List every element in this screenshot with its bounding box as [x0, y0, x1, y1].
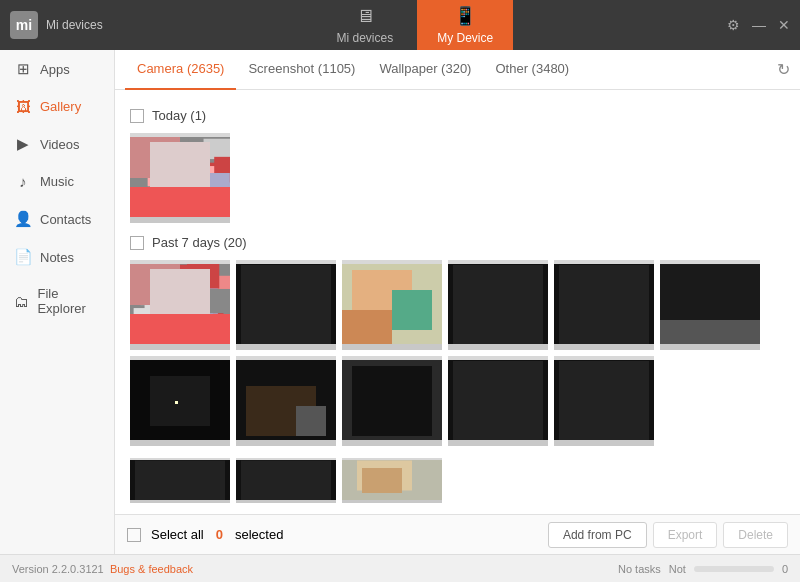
bottom-actions: Add from PC Export Delete	[548, 522, 788, 548]
selected-count: 0	[216, 527, 223, 542]
sidebar-item-videos-label: Videos	[40, 137, 80, 152]
today-checkbox[interactable]	[130, 109, 144, 123]
sidebar-item-gallery[interactable]: 🖼 Gallery	[0, 88, 114, 125]
sidebar-item-apps[interactable]: ⊞ Apps	[0, 50, 114, 88]
nav-mi-devices[interactable]: 🖥 Mi devices	[316, 0, 413, 50]
title-bar-nav: 🖥 Mi devices 📱 My Device	[316, 0, 513, 50]
tab-screenshot[interactable]: Screenshot (1105)	[236, 50, 367, 90]
photo-past7-6[interactable]	[660, 260, 760, 350]
sidebar-item-notes[interactable]: 📄 Notes	[0, 238, 114, 276]
gallery-content[interactable]: Today (1) Past 7 days (20)	[115, 90, 800, 514]
sidebar-item-music[interactable]: ♪ Music	[0, 163, 114, 200]
apps-icon: ⊞	[14, 60, 32, 78]
photo-past7-3[interactable]	[342, 260, 442, 350]
more-photo-grid	[130, 458, 785, 503]
music-icon: ♪	[14, 173, 32, 190]
title-bar-controls: ⚙ — ✕	[727, 17, 790, 33]
select-all-label: Select all	[151, 527, 204, 542]
sidebar: ⊞ Apps 🖼 Gallery ▶ Videos ♪ Music 👤 Cont…	[0, 50, 115, 554]
file-explorer-icon: 🗂	[14, 293, 29, 310]
sidebar-item-file-explorer-label: File Explorer	[37, 286, 100, 316]
delete-button[interactable]: Delete	[723, 522, 788, 548]
sidebar-item-contacts[interactable]: 👤 Contacts	[0, 200, 114, 238]
nav-my-device[interactable]: 📱 My Device	[417, 0, 513, 50]
contacts-icon: 👤	[14, 210, 32, 228]
sidebar-item-contacts-label: Contacts	[40, 212, 91, 227]
photo-past7-7[interactable]	[130, 356, 230, 446]
photo-more-3[interactable]	[342, 458, 442, 503]
add-from-pc-button[interactable]: Add from PC	[548, 522, 647, 548]
photo-past7-2[interactable]	[236, 260, 336, 350]
photo-past7-5[interactable]	[554, 260, 654, 350]
mi-logo: mi	[10, 11, 38, 39]
photo-past7-10[interactable]	[448, 356, 548, 446]
close-icon[interactable]: ✕	[778, 17, 790, 33]
photo-today-1[interactable]	[130, 133, 230, 223]
my-device-icon: 📱	[454, 5, 476, 27]
photo-past7-1[interactable]	[130, 260, 230, 350]
videos-icon: ▶	[14, 135, 32, 153]
tab-other[interactable]: Other (3480)	[483, 50, 581, 90]
tab-wallpaper-count: (320)	[441, 61, 471, 76]
feedback-link[interactable]: Bugs & feedback	[110, 563, 193, 575]
nav-my-device-label: My Device	[437, 31, 493, 45]
photo-past7-11[interactable]	[554, 356, 654, 446]
status-tasks: No tasks Not 0	[618, 563, 788, 575]
tab-camera-label: Camera	[137, 61, 183, 76]
select-all-checkbox[interactable]	[127, 528, 141, 542]
gallery-icon: 🖼	[14, 98, 32, 115]
tab-camera[interactable]: Camera (2635)	[125, 50, 236, 90]
refresh-icon[interactable]: ↻	[777, 60, 790, 79]
progress-value: 0	[782, 563, 788, 575]
title-bar: mi Mi devices 🖥 Mi devices 📱 My Device ⚙…	[0, 0, 800, 50]
selected-label: selected	[235, 527, 283, 542]
main-layout: ⊞ Apps 🖼 Gallery ▶ Videos ♪ Music 👤 Cont…	[0, 50, 800, 554]
photo-past7-9[interactable]	[342, 356, 442, 446]
tab-wallpaper[interactable]: Wallpaper (320)	[367, 50, 483, 90]
sidebar-item-file-explorer[interactable]: 🗂 File Explorer	[0, 276, 114, 326]
bottom-bar: Select all 0 selected Add from PC Export…	[115, 514, 800, 554]
tab-wallpaper-label: Wallpaper	[379, 61, 437, 76]
progress-bar-container	[694, 566, 774, 572]
version-text: Version 2.2.0.3121	[12, 563, 104, 575]
minimize-icon[interactable]: —	[752, 17, 766, 33]
status-bar: Version 2.2.0.3121 Bugs & feedback No ta…	[0, 554, 800, 582]
today-photo-grid	[130, 133, 785, 223]
content-area: Camera (2635) Screenshot (1105) Wallpape…	[115, 50, 800, 554]
nav-mi-devices-label: Mi devices	[336, 31, 393, 45]
title-bar-left: mi Mi devices	[10, 11, 103, 39]
photo-past7-8[interactable]	[236, 356, 336, 446]
past7days-photo-grid	[130, 260, 785, 446]
past7days-checkbox[interactable]	[130, 236, 144, 250]
tabs-bar: Camera (2635) Screenshot (1105) Wallpape…	[115, 50, 800, 90]
tab-screenshot-count: (1105)	[318, 61, 356, 76]
notes-icon: 📄	[14, 248, 32, 266]
tab-screenshot-label: Screenshot	[248, 61, 314, 76]
device-label: Mi devices	[46, 18, 103, 32]
past7days-title: Past 7 days (20)	[152, 235, 247, 250]
tasks-label: No tasks	[618, 563, 661, 575]
settings-icon[interactable]: ⚙	[727, 17, 740, 33]
export-button[interactable]: Export	[653, 522, 718, 548]
mi-devices-icon: 🖥	[356, 6, 374, 27]
photo-more-2[interactable]	[236, 458, 336, 503]
tab-camera-count: (2635)	[187, 61, 225, 76]
tab-other-label: Other	[495, 61, 528, 76]
section-header-today: Today (1)	[130, 108, 785, 123]
photo-more-1[interactable]	[130, 458, 230, 503]
sidebar-item-apps-label: Apps	[40, 62, 70, 77]
sidebar-item-videos[interactable]: ▶ Videos	[0, 125, 114, 163]
sidebar-item-gallery-label: Gallery	[40, 99, 81, 114]
sidebar-item-notes-label: Notes	[40, 250, 74, 265]
section-header-past7days: Past 7 days (20)	[130, 235, 785, 250]
tab-other-count: (3480)	[532, 61, 570, 76]
photo-past7-4[interactable]	[448, 260, 548, 350]
today-title: Today (1)	[152, 108, 206, 123]
sidebar-item-music-label: Music	[40, 174, 74, 189]
not-label: Not	[669, 563, 686, 575]
